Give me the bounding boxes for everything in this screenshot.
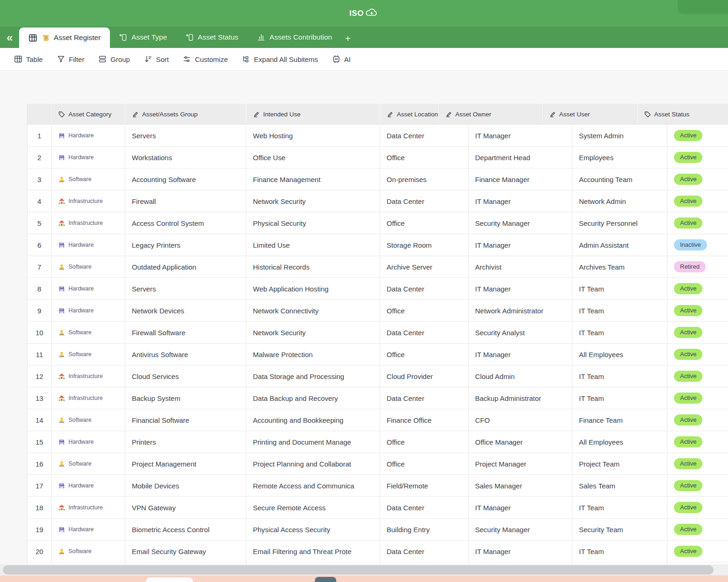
asset-status-cell[interactable]: Active <box>667 497 728 518</box>
tab-asset-type[interactable]: Asset Type <box>110 27 176 48</box>
asset-user-cell[interactable]: All Employees <box>572 344 667 365</box>
intended-use-cell[interactable]: Network Security <box>246 322 380 343</box>
table-row[interactable]: 10SoftwareFirewall SoftwareNetwork Secur… <box>27 322 728 344</box>
asset-status-cell[interactable]: Active <box>667 387 728 409</box>
asset-group-cell[interactable]: Biometric Access Control <box>125 519 246 540</box>
asset-status-cell[interactable]: Active <box>667 147 728 168</box>
add-view-button[interactable]: + <box>341 34 358 48</box>
table-row[interactable]: 7SoftwareOutdated ApplicationHistorical … <box>27 256 728 278</box>
intended-use-cell[interactable]: Data Storage and Processing <box>246 365 380 387</box>
toolbar-expand-all-subitems-button[interactable]: Expand All Subitems <box>242 55 318 63</box>
table-row[interactable]: 1HardwareServersWeb HostingData CenterIT… <box>27 125 728 147</box>
asset-owner-cell[interactable]: Department Head <box>469 147 572 168</box>
toolbar-table-button[interactable]: Table <box>14 55 43 63</box>
asset-group-cell[interactable]: Accounting Software <box>125 169 246 190</box>
tab-asset-status[interactable]: Asset Status <box>177 27 248 48</box>
asset-user-cell[interactable]: IT Team <box>572 541 667 562</box>
asset-category-cell[interactable]: Infrastructure <box>52 365 125 387</box>
asset-user-cell[interactable]: IT Team <box>572 387 667 409</box>
intended-use-cell[interactable]: Web Hosting <box>246 125 380 146</box>
asset-status-cell[interactable]: Active <box>667 409 728 431</box>
asset-status-cell[interactable]: Active <box>667 300 728 321</box>
asset-location-cell[interactable]: Data Center <box>380 278 469 299</box>
asset-category-cell[interactable]: Software <box>52 256 125 277</box>
asset-category-cell[interactable]: Hardware <box>52 300 125 321</box>
asset-owner-cell[interactable]: Project Manager <box>469 453 572 474</box>
asset-owner-cell[interactable]: Archivist <box>469 256 572 277</box>
asset-owner-cell[interactable]: Backup Administrator <box>469 387 572 409</box>
asset-user-cell[interactable]: Security Personnel <box>572 212 667 234</box>
table-row[interactable]: 13InfrastructureBackup SystemData Backup… <box>27 387 728 409</box>
status-badge[interactable]: Active <box>674 196 702 207</box>
asset-user-cell[interactable]: Accounting Team <box>572 169 667 190</box>
table-row[interactable]: 3SoftwareAccounting SoftwareFinance Mana… <box>27 169 728 190</box>
status-badge[interactable]: Active <box>674 283 702 294</box>
asset-category-cell[interactable]: Hardware <box>52 519 125 540</box>
asset-owner-cell[interactable]: Finance Manager <box>469 169 572 190</box>
asset-status-cell[interactable]: Retired <box>667 256 728 277</box>
status-badge[interactable]: Active <box>674 349 702 360</box>
asset-status-cell[interactable]: Active <box>667 190 728 212</box>
asset-group-cell[interactable]: Printers <box>125 431 246 453</box>
asset-category-cell[interactable]: Infrastructure <box>52 190 125 212</box>
asset-category-cell[interactable]: Software <box>52 409 125 431</box>
asset-category-cell[interactable]: Infrastructure <box>52 212 125 234</box>
asset-location-cell[interactable]: Data Center <box>380 322 469 343</box>
table-row[interactable]: 2HardwareWorkstationsOffice UseOfficeDep… <box>27 147 728 169</box>
status-badge[interactable]: Active <box>674 458 702 469</box>
status-badge[interactable]: Active <box>674 524 702 535</box>
asset-group-cell[interactable]: Financial Software <box>125 409 246 431</box>
table-row[interactable]: 12InfrastructureCloud ServicesData Stora… <box>27 365 728 387</box>
intended-use-cell[interactable]: Web Application Hosting <box>246 278 380 299</box>
tab-assets-contribution[interactable]: Assets Contribution <box>248 27 341 48</box>
asset-location-cell[interactable]: Office <box>380 344 469 365</box>
asset-status-cell[interactable]: Active <box>667 453 728 474</box>
intended-use-cell[interactable]: Malware Protection <box>246 344 380 365</box>
asset-group-cell[interactable]: Network Devices <box>125 300 246 321</box>
status-badge[interactable]: Active <box>674 502 702 513</box>
topbar-corner-control[interactable] <box>678 0 728 14</box>
asset-status-cell[interactable]: Active <box>667 431 728 453</box>
asset-category-cell[interactable]: Hardware <box>52 147 125 168</box>
asset-category-cell[interactable]: Hardware <box>52 278 125 299</box>
table-row[interactable]: 4InfrastructureFirewallNetwork SecurityD… <box>27 190 728 212</box>
asset-location-cell[interactable]: Office <box>380 453 469 474</box>
table-row[interactable]: 19HardwareBiometric Access ControlPhysic… <box>27 519 728 541</box>
status-badge[interactable]: Inactive <box>674 239 707 250</box>
asset-user-cell[interactable]: Sales Team <box>572 475 667 496</box>
table-row[interactable]: 11SoftwareAntivirus SoftwareMalware Prot… <box>27 344 728 365</box>
intended-use-cell[interactable]: Remote Access and Communica <box>246 475 380 496</box>
asset-group-cell[interactable]: Workstations <box>125 147 246 168</box>
asset-group-cell[interactable]: Servers <box>125 125 246 146</box>
asset-owner-cell[interactable]: CFO <box>469 409 572 431</box>
table-row[interactable]: 8HardwareServersWeb Application HostingD… <box>27 278 728 300</box>
asset-group-cell[interactable]: Mobile Devices <box>125 475 246 496</box>
asset-location-cell[interactable]: Office <box>380 212 469 234</box>
table-row[interactable]: 16SoftwareProject ManagementProject Plan… <box>27 453 728 475</box>
asset-user-cell[interactable]: Network Admin <box>572 190 667 212</box>
asset-owner-cell[interactable]: IT Manager <box>469 278 572 299</box>
asset-group-cell[interactable]: Servers <box>125 278 246 299</box>
asset-owner-cell[interactable]: Security Analyst <box>469 322 572 343</box>
asset-location-cell[interactable]: Data Center <box>380 541 469 562</box>
status-badge[interactable]: Active <box>674 130 702 141</box>
asset-group-cell[interactable]: Antivirus Software <box>125 344 246 365</box>
asset-user-cell[interactable]: Finance Team <box>572 409 667 431</box>
asset-category-cell[interactable]: Software <box>52 541 125 562</box>
asset-owner-cell[interactable]: IT Manager <box>469 190 572 212</box>
asset-location-cell[interactable]: Office <box>380 300 469 321</box>
asset-location-cell[interactable]: Data Center <box>380 125 469 146</box>
asset-status-cell[interactable]: Active <box>667 475 728 496</box>
toolbar-sort-button[interactable]: Sort <box>144 55 169 63</box>
intended-use-cell[interactable]: Email Filtering and Threat Prote <box>246 541 380 562</box>
asset-status-cell[interactable]: Active <box>667 125 728 146</box>
asset-user-cell[interactable]: Admin Assistant <box>572 234 667 256</box>
column-header-user[interactable]: Asset User <box>543 104 638 125</box>
asset-group-cell[interactable]: Cloud Services <box>125 365 246 387</box>
intended-use-cell[interactable]: Limited Use <box>246 234 380 256</box>
intended-use-cell[interactable]: Printing and Document Manage <box>246 431 380 453</box>
status-badge[interactable]: Active <box>674 217 702 229</box>
asset-category-cell[interactable]: Software <box>52 169 125 190</box>
intended-use-cell[interactable]: Project Planning and Collaborat <box>246 453 380 474</box>
status-badge[interactable]: Active <box>674 327 702 338</box>
